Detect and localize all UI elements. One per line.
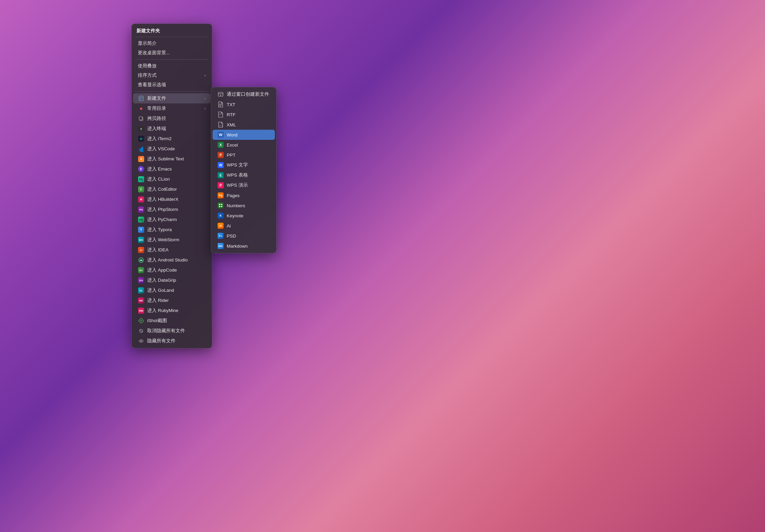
appcode-icon: AC	[138, 267, 145, 274]
svg-point-8	[140, 260, 141, 261]
word-item[interactable]: W Word	[213, 130, 275, 140]
idea-icon: IJ	[138, 247, 145, 253]
copy-path-item[interactable]: 拷贝路径	[133, 114, 211, 124]
ishot-item[interactable]: iShot截图	[133, 316, 211, 326]
desktop-background	[0, 0, 765, 532]
iterm2-item[interactable]: IT 进入 iTerm2	[133, 134, 211, 144]
coteditor-item[interactable]: C 进入 CotEditor	[133, 184, 211, 194]
new-file-submenu: 通过窗口创建新文件 TXT RTF </> XML W Word	[211, 87, 277, 253]
terminal-item[interactable]: $ 进入终端	[133, 124, 211, 134]
favorites-item[interactable]: ♥ 常用目录 ›	[133, 103, 211, 114]
svg-text:</>: </>	[219, 124, 223, 127]
ai-item[interactable]: Ai Ai	[213, 221, 275, 231]
svg-rect-19	[218, 92, 223, 96]
new-file-item[interactable]: 新建文件 ›	[133, 93, 211, 103]
new-folder-title: 新建文件夹	[132, 26, 212, 35]
show-hidden-icon	[138, 327, 145, 334]
wps-presentation-item[interactable]: P WPS 演示	[213, 180, 275, 190]
appcode-item[interactable]: AC 进入 AppCode	[133, 265, 211, 275]
pycharm-item[interactable]: PY 进入 PyCharm	[133, 215, 211, 225]
typora-icon: T	[138, 226, 145, 233]
keynote-item[interactable]: K Keynote	[213, 211, 275, 221]
android-studio-icon	[138, 257, 145, 263]
rtf-item[interactable]: RTF	[213, 109, 275, 120]
word-icon: W	[217, 131, 224, 138]
svg-point-11	[140, 320, 142, 321]
emacs-item[interactable]: E 进入 Emacs	[133, 164, 211, 174]
wps-presentation-icon: P	[217, 182, 224, 189]
excel-icon: X	[217, 142, 224, 148]
window-create-icon	[217, 91, 224, 98]
idea-item[interactable]: IJ 进入 IDEA	[133, 245, 211, 255]
goland-item[interactable]: GL 进入 GoLand	[133, 285, 211, 295]
hide-all-item[interactable]: 隐藏所有文件	[133, 336, 211, 346]
heart-icon: ♥	[138, 105, 145, 112]
datagrip-icon: DG	[138, 277, 145, 284]
use-stacks-item[interactable]: 使用叠放	[133, 61, 211, 71]
hbuilderx-icon: H	[138, 196, 145, 203]
numbers-icon	[217, 202, 224, 209]
pages-item[interactable]: Pg Pages	[213, 190, 275, 200]
txt-item[interactable]: TXT	[213, 99, 275, 109]
wps-spreadsheet-item[interactable]: E WPS 表格	[213, 170, 275, 180]
ppt-icon: P	[217, 152, 224, 158]
separator-1	[135, 37, 209, 37]
wps-text-item[interactable]: W WPS 文字	[213, 160, 275, 170]
emacs-icon: E	[138, 166, 145, 173]
xml-item[interactable]: </> XML	[213, 120, 275, 130]
wps-spreadsheet-icon: E	[217, 172, 224, 179]
numbers-item[interactable]: Numbers	[213, 200, 275, 211]
phpstorm-item[interactable]: PS 进入 PhpStorm	[133, 205, 211, 215]
markdown-item[interactable]: MD Markdown	[213, 241, 275, 251]
view-options-item[interactable]: 查看显示选项	[133, 80, 211, 90]
hbuilderx-item[interactable]: H 进入 HBuilderX	[133, 194, 211, 205]
rider-item[interactable]: RD 进入 Rider	[133, 295, 211, 306]
svg-rect-30	[219, 206, 220, 207]
new-file-icon	[138, 95, 145, 102]
separator-3	[135, 91, 209, 92]
datagrip-item[interactable]: DG 进入 DataGrip	[133, 275, 211, 285]
svg-rect-28	[219, 204, 220, 205]
clion-icon: CL	[138, 176, 145, 183]
show-info-item[interactable]: 显示简介	[133, 39, 211, 48]
sort-by-item[interactable]: 排序方式 ›	[133, 71, 211, 80]
svg-point-9	[142, 260, 142, 261]
coteditor-icon: C	[138, 186, 145, 193]
change-bg-item[interactable]: 更改桌面背景...	[133, 48, 211, 58]
terminal-icon: $	[138, 125, 145, 132]
sublime-icon: S	[138, 156, 145, 162]
psd-icon: Ps	[217, 232, 224, 239]
main-context-menu: 新建文件夹 显示简介 更改桌面背景... 使用叠放 排序方式 › 查看显示选项 …	[131, 24, 212, 348]
vscode-item[interactable]: 进入 VSCode	[133, 144, 211, 154]
android-studio-item[interactable]: 进入 Android Studio	[133, 255, 211, 265]
ppt-item[interactable]: P PPT	[213, 150, 275, 160]
separator-2	[135, 59, 209, 60]
xml-icon: </>	[217, 121, 224, 128]
sort-by-arrow: ›	[204, 73, 206, 78]
txt-icon	[217, 101, 224, 108]
copy-icon	[138, 115, 145, 122]
rider-icon: RD	[138, 297, 145, 304]
phpstorm-icon: PS	[138, 206, 145, 213]
new-file-arrow: ›	[204, 96, 206, 101]
webstorm-icon: WS	[138, 237, 145, 243]
rubymine-icon: RM	[138, 307, 145, 314]
svg-rect-31	[221, 206, 222, 207]
sublime-item[interactable]: S 进入 Sublime Text	[133, 154, 211, 164]
markdown-icon: MD	[217, 243, 224, 249]
clion-item[interactable]: CL 进入 CLion	[133, 174, 211, 184]
create-via-window-item[interactable]: 通过窗口创建新文件	[213, 89, 275, 99]
typora-item[interactable]: T 进入 Typora	[133, 225, 211, 235]
svg-rect-29	[221, 204, 222, 205]
svg-rect-5	[139, 117, 142, 120]
ai-icon: Ai	[217, 222, 224, 229]
webstorm-item[interactable]: WS 进入 WebStorm	[133, 235, 211, 245]
wps-text-icon: W	[217, 162, 224, 168]
favorites-arrow: ›	[204, 106, 206, 111]
svg-point-18	[140, 340, 142, 342]
excel-item[interactable]: X Excel	[213, 140, 275, 150]
rubymine-item[interactable]: RM 进入 RubyMine	[133, 306, 211, 316]
show-hidden-item[interactable]: 取消隐藏所有文件	[133, 326, 211, 336]
psd-item[interactable]: Ps PSD	[213, 231, 275, 241]
ishot-icon	[138, 317, 145, 324]
